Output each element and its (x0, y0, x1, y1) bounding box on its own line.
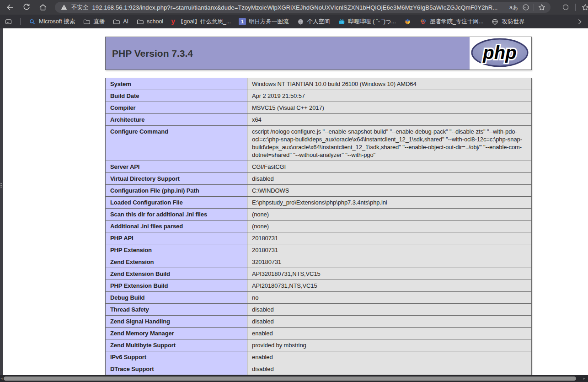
bookmark-label: 直播 (93, 18, 105, 26)
row-label: Zend Extension Build (106, 268, 247, 280)
bookmark-item-bilibili[interactable]: 哔哩哔哩 ( ˚- ˚)つ... (338, 18, 396, 26)
row-label: PHP Extension (106, 244, 247, 256)
bookmark-label: 明日方舟一图流 (249, 18, 289, 26)
table-row: Thread Safetydisabled (106, 304, 532, 316)
row-value: API320180731,NTS,VC15 (247, 268, 532, 280)
row-value: disabled (247, 173, 532, 185)
bookmark-item-mozhe[interactable]: 墨者学院_专注于网... (419, 18, 483, 26)
row-value: cscript /nologo configure.js "--enable-s… (247, 126, 532, 161)
table-row: Loaded Configuration FileE:\phpstudy_pro… (106, 197, 532, 209)
page-title: PHP Version 7.3.4 (112, 48, 193, 59)
page-viewport: PHP Version 7.3.4 php SystemWindows NT T… (0, 28, 588, 375)
row-label: Zend Multibyte Support (106, 339, 247, 351)
bookmark-label: 个人空间 (307, 18, 330, 26)
home-icon[interactable] (38, 3, 48, 12)
bookmark-label: 哔哩哔哩 ( ˚- ˚)つ... (348, 18, 396, 26)
circles-icon (419, 18, 427, 26)
bookmark-item-microsoft-search[interactable]: Microsoft 搜索 (28, 18, 75, 26)
favorite-star-icon[interactable] (538, 3, 546, 11)
row-value: E:\phpstudy_pro\Extensions\php\php7.3.4n… (247, 197, 532, 209)
table-row: Build DateApr 2 2019 21:50:57 (106, 90, 532, 102)
folder-icon (136, 18, 144, 26)
globe-wire-icon (491, 18, 499, 26)
row-value: Windows NT TIANTIAN 10.0 build 26100 (Wi… (247, 78, 532, 90)
refresh-icon[interactable] (22, 3, 31, 12)
bookmarks-bar: Microsoft 搜索 直播 AI school y 【goal】什么意思_.… (0, 15, 588, 28)
more-options-icon[interactable] (522, 3, 530, 11)
row-label: Configure Command (106, 126, 247, 161)
globe-solid-icon (297, 18, 305, 26)
row-label: Zend Memory Manager (106, 328, 247, 339)
bookmark-item-arknights[interactable]: 1 明日方舟一图流 (239, 18, 289, 26)
row-label: PHP Extension Build (106, 280, 247, 292)
table-row: Virtual Directory Supportdisabled (106, 173, 532, 185)
security-label[interactable]: 不安全 (71, 4, 89, 11)
row-label: System (106, 78, 247, 90)
table-row: CompilerMSVC15 (Visual C++ 2017) (106, 102, 532, 114)
favorites-list-icon[interactable] (581, 3, 588, 11)
bookmark-label: school (147, 18, 163, 25)
scroll-left-arrow-icon[interactable]: ◂ (0, 376, 3, 381)
row-label: Debug Build (106, 292, 247, 304)
url-text[interactable]: 192.168.56.1:923/index.php?r=starrui/tia… (92, 4, 506, 11)
scroll-right-arrow-icon[interactable]: ▸ (583, 376, 585, 381)
sidebar-panel-icon[interactable] (5, 18, 12, 26)
table-row: Configuration File (php.ini) PathC:\WIND… (106, 185, 532, 197)
row-value: provided by mbstring (247, 339, 532, 351)
address-bar[interactable]: 不安全 192.168.56.1:923/index.php?r=starrui… (55, 2, 551, 13)
row-value: API20180731,NTS,VC15 (247, 280, 532, 292)
row-label: Configuration File (php.ini) Path (106, 185, 247, 197)
sidebar-drag-handle[interactable] (0, 182, 2, 188)
sidebar-edge-strip[interactable] (0, 28, 3, 375)
row-value: disabled (247, 363, 532, 375)
bookmark-item-adworld[interactable]: 攻防世界 (491, 18, 524, 26)
divider (575, 4, 576, 11)
row-label: Loaded Configuration File (106, 197, 247, 209)
folder-icon (112, 18, 120, 26)
divider (534, 4, 534, 11)
table-row: Zend Memory Managerenabled (106, 328, 532, 339)
row-label: Zend Signal Handling (106, 316, 247, 328)
row-label: Server API (106, 161, 247, 173)
row-label: DTrace Support (106, 363, 247, 375)
svg-text:php: php (482, 43, 516, 63)
bookmark-folder-ai[interactable]: AI (112, 18, 128, 26)
row-label: Architecture (106, 114, 247, 126)
table-row: Configure Commandcscript /nologo configu… (106, 126, 532, 161)
row-value: MSVC15 (Visual C++ 2017) (247, 102, 532, 114)
bookmarks-overflow-chevron-icon[interactable] (576, 18, 583, 26)
row-label: Zend Extension (106, 256, 247, 268)
row-label: Compiler (106, 102, 247, 114)
insecure-warning-icon (60, 4, 68, 11)
row-label: Additional .ini files parsed (106, 221, 247, 232)
table-row: DTrace Supportdisabled (106, 363, 532, 375)
row-value: enabled (247, 328, 532, 339)
row-label: Scan this dir for additional .ini files (106, 209, 247, 221)
bookmark-item-goal[interactable]: y 【goal】什么意思_... (171, 18, 231, 26)
bookmark-item-cube[interactable] (404, 18, 412, 26)
extensions-icon[interactable] (561, 3, 570, 11)
back-icon[interactable] (5, 3, 15, 12)
table-row: Scan this dir for additional .ini files(… (106, 209, 532, 221)
bookmark-folder-school[interactable]: school (136, 18, 163, 26)
row-value: no (247, 292, 532, 304)
scrollbar-thumb[interactable] (4, 377, 576, 381)
horizontal-scrollbar[interactable]: ◂ ▸ (0, 375, 588, 382)
cube-icon (404, 18, 412, 26)
table-row: Server APICGI/FastCGI (106, 161, 532, 173)
row-value: 20180731 (247, 244, 532, 256)
phpinfo-table: SystemWindows NT TIANTIAN 10.0 build 261… (105, 78, 532, 375)
table-row: Architecturex64 (106, 114, 532, 126)
bookmark-item-personal-space[interactable]: 个人空间 (297, 18, 330, 26)
row-label: IPv6 Support (106, 351, 247, 363)
bookmark-folder-live[interactable]: 直播 (83, 18, 105, 26)
search-icon (28, 18, 36, 26)
y-logo-icon: y (171, 18, 175, 25)
bookmark-label: AI (123, 18, 128, 25)
table-row: Zend Signal Handlingdisabled (106, 316, 532, 328)
table-row: PHP API20180731 (106, 232, 532, 244)
table-row: IPv6 Supportenabled (106, 351, 532, 363)
translate-icon[interactable]: aあ (509, 4, 518, 11)
php-logo: php (470, 37, 531, 70)
bilibili-tv-icon (338, 18, 346, 26)
